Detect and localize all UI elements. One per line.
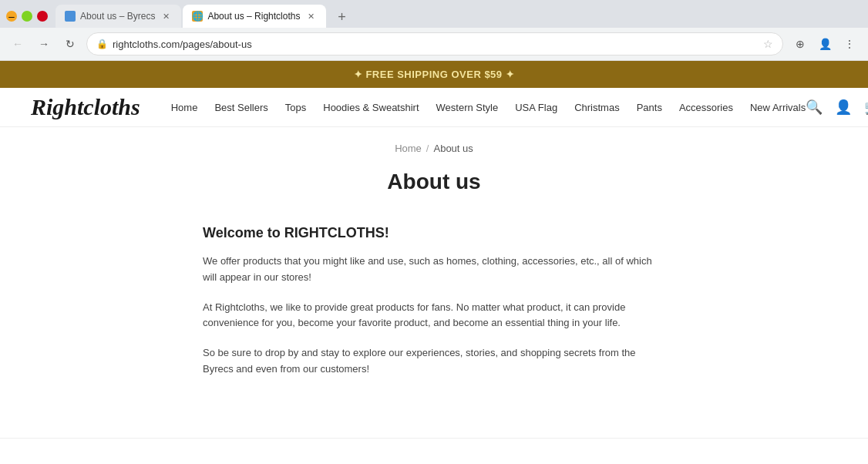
tab-favicon-2: 🌐 — [192, 11, 203, 22]
nav-tops[interactable]: Tops — [285, 102, 306, 113]
site-footer: COMPANY INFO HELP & SUPPORT — [0, 438, 868, 464]
breadcrumb-current: About us — [433, 143, 473, 154]
breadcrumb-home[interactable]: Home — [395, 143, 422, 154]
browser-tabs: About us – Byrecs ✕ 🌐 About us – Rightcl… — [56, 5, 862, 28]
nav-hoodies[interactable]: Hoodies & Sweatshirt — [323, 102, 419, 113]
breadcrumb: Home / About us — [31, 143, 837, 154]
about-paragraph-3: So be sure to drop by and stay to explor… — [203, 345, 665, 378]
menu-button[interactable]: ⋮ — [839, 33, 860, 55]
tab-favicon-1 — [65, 11, 76, 22]
tab-label-2: About us – Rightcloths — [207, 11, 300, 22]
logo-text: Rightcloths — [31, 96, 140, 119]
browser-toolbar: ← → ↻ 🔒 rightcloths.com/pages/about-us ☆… — [0, 28, 868, 60]
about-heading: Welcome to RIGHTCLOTHS! — [203, 225, 665, 241]
window-controls: – — [6, 11, 48, 22]
profile-button[interactable]: 👤 — [814, 33, 836, 55]
browser-tab-1[interactable]: About us – Byrecs ✕ — [56, 5, 181, 28]
nav-home[interactable]: Home — [171, 102, 198, 113]
nav-accessories[interactable]: Accessories — [679, 102, 733, 113]
shipping-text: ✦ FREE SHIPPING OVER $59 ✦ — [354, 69, 514, 80]
minimize-button[interactable]: – — [6, 11, 17, 22]
tab-label-1: About us – Byrecs — [80, 11, 155, 22]
nav-best-sellers[interactable]: Best Sellers — [214, 102, 267, 113]
browser-tab-2[interactable]: 🌐 About us – Rightcloths ✕ — [183, 5, 326, 28]
cart-icon[interactable]: 🛒 — [864, 99, 868, 116]
about-paragraph-2: At Rightcloths, we like to provide great… — [203, 300, 665, 332]
header-icons: 🔍 👤 🛒 — [806, 99, 868, 116]
address-bar[interactable]: 🔒 rightcloths.com/pages/about-us ☆ — [86, 32, 783, 55]
url-text: rightcloths.com/pages/about-us — [113, 39, 759, 50]
lock-icon: 🔒 — [96, 39, 108, 49]
nav-christmas[interactable]: Christmas — [574, 102, 620, 113]
search-icon[interactable]: 🔍 — [806, 99, 823, 116]
tab-close-1[interactable]: ✕ — [160, 10, 172, 22]
nav-new-arrivals[interactable]: New Arrivals — [750, 102, 806, 113]
page-content: Home / About us About us Welcome to RIGH… — [0, 127, 868, 438]
about-section: Welcome to RIGHTCLOTHS! We offer product… — [203, 225, 665, 378]
site-logo[interactable]: Rightcloths — [31, 96, 140, 119]
back-button[interactable]: ← — [8, 34, 28, 54]
main-nav: Home Best Sellers Tops Hoodies & Sweatsh… — [171, 102, 806, 113]
page-title: About us — [31, 170, 837, 194]
shipping-banner: ✦ FREE SHIPPING OVER $59 ✦ — [0, 61, 868, 88]
refresh-button[interactable]: ↻ — [60, 34, 80, 54]
toolbar-actions: ⊕ 👤 ⋮ — [789, 33, 860, 55]
new-tab-button[interactable]: + — [331, 6, 352, 28]
forward-button[interactable]: → — [34, 34, 54, 54]
breadcrumb-separator: / — [426, 143, 429, 154]
about-paragraph-1: We offer products that you might like an… — [203, 254, 665, 286]
maximize-button[interactable] — [22, 11, 32, 22]
tab-close-2[interactable]: ✕ — [304, 10, 317, 22]
browser-chrome: – About us – Byrecs ✕ 🌐 About us – Right… — [0, 0, 868, 61]
bookmark-icon[interactable]: ☆ — [763, 38, 773, 50]
site-header: Rightcloths Home Best Sellers Tops Hoodi… — [0, 88, 868, 127]
close-button[interactable] — [37, 11, 48, 22]
nav-western-style[interactable]: Western Style — [436, 102, 499, 113]
nav-usa-flag[interactable]: USA Flag — [515, 102, 557, 113]
account-icon[interactable]: 👤 — [835, 99, 852, 116]
browser-titlebar: – About us – Byrecs ✕ 🌐 About us – Right… — [0, 0, 868, 28]
extensions-button[interactable]: ⊕ — [789, 33, 811, 55]
nav-pants[interactable]: Pants — [637, 102, 662, 113]
